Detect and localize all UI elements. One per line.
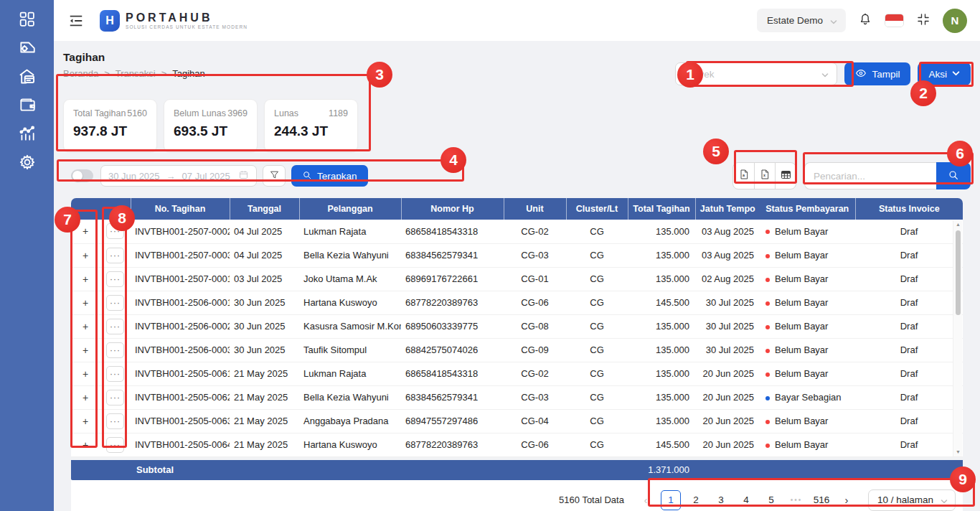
expand-row-button[interactable]: + [71,385,100,409]
project-select[interactable]: Proyek [675,62,837,85]
sidebar-item-wallet[interactable] [0,92,54,121]
sidebar-item-settings[interactable] [0,149,54,178]
row-actions-button[interactable]: ··· [106,271,124,287]
cell-status-pembayaran: Belum Bayar [760,220,855,243]
pagination-page-516[interactable]: 516 [811,490,831,510]
aksi-button[interactable]: Aksi [918,62,971,85]
terapkan-button[interactable]: Terapkan [291,165,368,187]
cell-total-tagihan: 135.000 [628,220,695,243]
cell-total-tagihan: 135.000 [628,385,695,409]
user-avatar[interactable]: N [943,9,967,33]
expand-row-button[interactable]: + [71,220,100,243]
cell-pelanggan: Joko Utama M.Ak [299,267,401,291]
menu-fold-icon[interactable] [68,13,84,29]
expand-row-button[interactable]: + [71,243,100,267]
expand-row-button[interactable]: + [71,314,100,338]
breadcrumb-transaksi[interactable]: Transaksi [116,68,156,79]
scroll-down-icon[interactable]: ▼ [953,448,963,456]
cell-nomor-hp: 68842575074026 [401,338,504,362]
stat-card-belum-lunas: Belum Lunas3969 693.5 JT [164,99,258,152]
filter-toggle[interactable] [71,169,93,182]
sidebar-item-property-billing[interactable] [0,63,54,92]
cell-jatuh-tempo: 20 Jun 2025 [695,385,760,409]
invoices-table: No. Tagihan Tanggal Pelanggan Nomor Hp U… [71,198,963,480]
cell-jatuh-tempo: 30 Jul 2025 [695,338,760,362]
notification-bell-icon[interactable] [858,12,872,29]
row-actions-button[interactable]: ··· [106,319,124,334]
sidebar-item-analytics[interactable] [0,121,54,149]
filter-funnel-button[interactable] [263,165,286,187]
export-excel-button[interactable]: x [754,163,775,189]
expand-row-button[interactable]: + [71,409,100,433]
pagination-prev-button[interactable]: ‹ [636,490,656,510]
cell-tanggal: 04 Jul 2025 [230,220,299,243]
column-header-nomor-hp: Nomor Hp [401,198,504,220]
cell-status-pembayaran: Belum Bayar [760,409,855,433]
tampil-label: Tampil [872,69,900,80]
sidebar-item-dashboard[interactable] [0,6,54,34]
pagination: ‹12345•••516› [636,490,857,510]
pagination-page-2[interactable]: 2 [686,490,706,510]
breadcrumb-separator: > [161,68,167,79]
export-pdf-button[interactable]: a [733,163,754,189]
column-header-unit: Unit [504,198,566,220]
status-dot [765,349,770,353]
cell-jatuh-tempo: 03 Aug 2025 [695,220,760,243]
breadcrumb-separator: > [104,68,110,79]
pagination-page-4[interactable]: 4 [736,490,756,510]
main-area: H PORTAHUB SOLUSI CERDAS UNTUK ESTATE MO… [54,0,980,511]
expand-row-button[interactable]: + [71,433,100,456]
expand-row-button[interactable]: + [71,291,100,314]
export-table-button[interactable] [775,163,796,189]
chevron-down-icon [821,70,829,78]
column-header-cluster: Cluster/Lt [566,198,628,220]
scroll-up-icon[interactable]: ▲ [953,220,963,229]
scrollbar-thumb[interactable] [956,230,961,315]
tampil-button[interactable]: Tampil [844,62,910,85]
table-scrollbar[interactable]: ▲ ▼ [953,220,962,456]
house-card-icon [17,67,37,89]
row-actions-button[interactable]: ··· [106,223,124,239]
compress-screen-icon[interactable] [916,12,930,29]
status-dot [765,396,770,400]
page-size-select[interactable]: 10 / halaman [868,489,956,511]
row-actions-button[interactable]: ··· [106,342,124,358]
row-actions-button[interactable]: ··· [106,390,124,405]
cell-jatuh-tempo: 20 Jun 2025 [695,433,760,456]
project-select-placeholder: Proyek [684,69,714,80]
row-actions-button[interactable]: ··· [106,437,124,453]
search-input[interactable]: Pencarian... [804,162,936,189]
pagination-page-5[interactable]: 5 [761,490,781,510]
pagination-page-1[interactable]: 1 [661,490,681,510]
subtotal-label: Subtotal [131,460,230,480]
cell-tanggal: 21 May 2025 [230,433,299,456]
row-actions-button[interactable]: ··· [106,295,124,311]
expand-row-button[interactable]: + [71,267,100,291]
sidebar-item-master-data[interactable] [0,34,54,63]
stat-card-lunas: Lunas1189 244.3 JT [264,99,358,152]
cell-tanggal: 30 Jun 2025 [230,291,299,314]
search-button[interactable] [936,162,971,189]
pagination-page-3[interactable]: 3 [711,490,731,510]
expand-row-button[interactable]: + [71,362,100,385]
pagination-next-button[interactable]: › [837,490,857,510]
language-flag-icon[interactable] [885,14,904,27]
column-header-status-pembayaran: Status Pembayaran [760,198,855,220]
row-actions-button[interactable]: ··· [106,366,124,382]
breadcrumb-home[interactable]: Beranda [63,68,98,79]
cell-no-tagihan: INVTBH001-2506-0002 [131,314,230,338]
excel-file-icon: x [759,169,771,183]
workspace-selector[interactable]: Estate Demo [757,9,846,32]
gear-icon [18,153,37,174]
cell-tanggal: 21 May 2025 [230,362,299,385]
row-actions-button[interactable]: ··· [106,248,124,263]
table-row: + ··· INVTBH001-2506-0001 30 Jun 2025 Ha… [71,291,963,314]
column-header-jatuh-tempo: Jatuh Tempo [695,198,760,220]
expand-row-button[interactable]: + [71,338,100,362]
cell-status-invoice: Draf [855,267,963,291]
date-range-picker[interactable]: 30 Jun 2025 → 07 Jul 2025 [100,165,257,187]
cell-status-pembayaran: Bayar Sebagian [760,385,855,409]
row-actions-button[interactable]: ··· [106,413,124,429]
eye-icon [855,67,867,81]
table-footer: 5160 Total Data ‹12345•••516› 10 / halam… [71,480,963,511]
